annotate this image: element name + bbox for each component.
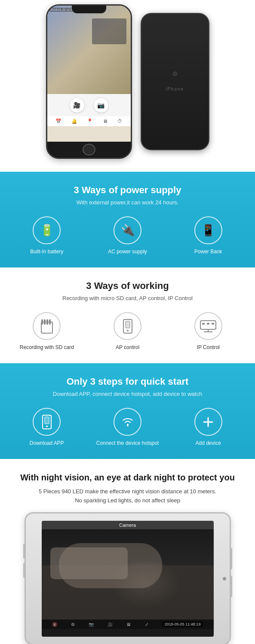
android-screen-title: Camera xyxy=(119,522,136,528)
ab-camera-icon: 📷 xyxy=(89,622,94,627)
ab-expand-icon: ⤢ xyxy=(145,622,148,627)
camera-dot xyxy=(173,72,177,76)
bottom-bar: 📅 🔔 📍 🖥 ⏱ xyxy=(47,116,131,126)
svg-rect-2 xyxy=(44,319,46,325)
add-device-icon xyxy=(194,408,222,436)
ab-mute-icon: 🔇 xyxy=(52,622,57,627)
quick-start-subtitle: Download APP, connect device hotspot, ad… xyxy=(9,391,246,397)
vol-up-button xyxy=(23,544,25,559)
power-supply-section: 3 Ways of power supply With external pow… xyxy=(0,172,255,267)
ip-control-icon xyxy=(194,312,222,340)
night-vision-desc2: No sparkling Led lights, do not affect s… xyxy=(9,497,246,504)
ab-display-icon: 🖥 xyxy=(126,622,131,627)
phone-section: 2018.01.22 11:54:13 🎥 📷 📅 🔔 📍 🖥 ⏱ iPhone xyxy=(0,0,255,172)
hotspot-icon xyxy=(114,408,141,436)
side-button xyxy=(230,576,232,597)
bell-icon: 🔔 xyxy=(71,118,77,124)
person-silhouette xyxy=(59,543,162,588)
svg-rect-7 xyxy=(126,321,130,328)
power-bank-item: 📱 Power Bank xyxy=(170,216,246,255)
svg-point-17 xyxy=(127,424,129,426)
iphone-front: 2018.01.22 11:54:13 🎥 📷 📅 🔔 📍 🖥 ⏱ xyxy=(46,4,132,159)
power-bank-label: Power Bank xyxy=(194,249,222,255)
power-icons-row: 🔋 Built-In battery 🔌 AC power supply 📱 P… xyxy=(9,216,246,255)
android-screen: Camera 🔇 ⚙ 📷 🎥 🖥 ⤢ 2018-05-05 11:48:19 xyxy=(42,521,214,637)
calendar-icon: 📅 xyxy=(55,118,61,124)
sd-card-item: Recording with SD card xyxy=(9,312,85,350)
ac-power-label: AC power supply xyxy=(108,249,147,255)
power-supply-subtitle: With external power,it can work 24 hours… xyxy=(9,199,246,206)
svg-point-6 xyxy=(127,330,129,331)
working-section: 3 Ways of working Recording with micro S… xyxy=(0,267,255,363)
vol-down-button xyxy=(23,563,25,578)
hotspot-item: Connect the device hotspot xyxy=(89,408,166,446)
svg-rect-4 xyxy=(49,319,51,325)
time-icon: ⏱ xyxy=(117,118,122,124)
sd-card-label: Recording with SD card xyxy=(20,344,74,350)
battery-icon: 🔋 xyxy=(33,216,61,244)
quick-start-icons-row: Download APP Connect the device hotspot xyxy=(9,408,246,446)
quick-start-section: Only 3 steps for quick start Download AP… xyxy=(0,363,255,459)
night-vision-desc1: 5 Pieces 940 LED make the effective nigh… xyxy=(9,488,246,495)
download-app-item: Download APP xyxy=(9,408,85,446)
svg-rect-10 xyxy=(207,323,209,325)
night-vision-image xyxy=(42,529,214,620)
phone-controls: 🎥 📷 xyxy=(47,94,131,116)
quick-start-title: Only 3 steps for quick start xyxy=(9,376,246,387)
svg-rect-1 xyxy=(41,319,43,325)
display-icon: 🖥 xyxy=(103,118,108,124)
svg-rect-9 xyxy=(202,323,205,325)
home-button[interactable] xyxy=(83,144,95,155)
android-top-bar: Camera xyxy=(42,521,214,529)
ap-control-item: AP control xyxy=(89,312,166,350)
ap-control-icon xyxy=(114,312,141,340)
download-app-label: Download APP xyxy=(30,440,64,446)
power-bank-icon: 📱 xyxy=(194,216,222,244)
night-vision-title: With night vision, an eye at dark night … xyxy=(9,472,246,483)
iphone-label: iPhone xyxy=(166,87,184,91)
ap-control-label: AP control xyxy=(116,344,139,350)
power-button xyxy=(230,548,232,569)
working-subtitle: Recording with micro SD card, AP control… xyxy=(9,295,246,301)
phone-notch xyxy=(72,6,106,13)
iphone-back: iPhone xyxy=(141,13,209,150)
add-device-label: Add device xyxy=(195,440,221,446)
battery-item: 🔋 Built-In battery xyxy=(9,216,85,255)
add-device-item: Add device xyxy=(170,408,246,446)
phone-screen: 2018.01.22 11:54:13 🎥 📷 📅 🔔 📍 🖥 ⏱ xyxy=(47,6,131,142)
ip-control-item: IP Control xyxy=(170,312,246,350)
night-vision-section: With night vision, an eye at dark night … xyxy=(0,459,255,644)
sleeping-scene xyxy=(42,529,214,620)
room-scene xyxy=(92,18,126,44)
android-phone: Camera 🔇 ⚙ 📷 🎥 🖥 ⤢ 2018-05-05 11:48:19 xyxy=(25,512,231,644)
battery-label: Built-In battery xyxy=(30,249,63,255)
sd-card-icon xyxy=(33,312,61,340)
ac-power-item: 🔌 AC power supply xyxy=(89,216,166,255)
svg-point-15 xyxy=(46,425,48,427)
ac-power-icon: 🔌 xyxy=(114,216,141,244)
ip-control-label: IP Control xyxy=(197,344,220,350)
location-icon: 📍 xyxy=(87,118,93,124)
working-icons-row: Recording with SD card AP control xyxy=(9,312,246,350)
svg-rect-11 xyxy=(212,323,214,325)
download-app-icon xyxy=(33,408,61,436)
ab-settings-icon: ⚙ xyxy=(71,622,75,627)
android-timestamp: 2018-05-05 11:48:19 xyxy=(162,621,203,627)
power-supply-title: 3 Ways of power supply xyxy=(9,185,246,196)
android-bottom-bar: 🔇 ⚙ 📷 🎥 🖥 ⤢ 2018-05-05 11:48:19 xyxy=(42,620,214,629)
svg-rect-8 xyxy=(200,321,216,329)
camera-feed: 2018.01.22 11:54:13 xyxy=(47,6,131,94)
svg-rect-16 xyxy=(45,417,49,424)
working-title: 3 Ways of working xyxy=(9,280,246,292)
video-btn[interactable]: 🎥 xyxy=(69,97,85,113)
camera-btn[interactable]: 📷 xyxy=(93,97,109,113)
hotspot-label: Connect the device hotspot xyxy=(96,440,159,446)
ab-video-icon: 🎥 xyxy=(108,622,113,627)
android-camera-dot xyxy=(223,577,226,580)
svg-rect-3 xyxy=(46,319,48,325)
